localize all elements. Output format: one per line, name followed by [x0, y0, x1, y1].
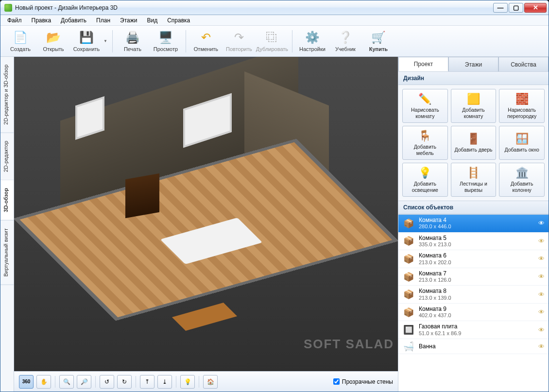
object-list-item[interactable]: 🛁Ванна👁 [398, 339, 549, 354]
view-separator [95, 376, 96, 388]
menu-floors[interactable]: Этажи [116, 16, 141, 25]
save-button[interactable]: 💾Сохранить [71, 28, 102, 55]
hand-icon: ✋ [40, 378, 48, 385]
sidetab-combo[interactable]: 2D-редактор и 3D-обзор [0, 57, 14, 133]
object-icon: 📦 [402, 272, 415, 282]
object-icon: 📦 [402, 307, 415, 318]
monitor-icon: 🖥️ [158, 30, 173, 45]
preview-button[interactable]: 🖥️Просмотр [151, 28, 181, 55]
view-separator [199, 376, 199, 388]
visibility-eye-icon[interactable]: 👁 [538, 291, 545, 298]
tutorial-button[interactable]: ❔Учебник [330, 28, 360, 55]
tool-add-furniture[interactable]: 🪑Добавить мебель [402, 126, 448, 160]
tool-add-door[interactable]: 🚪Добавить дверь [451, 126, 497, 160]
chair-icon: 🪑 [418, 130, 431, 142]
column-icon: 🏛️ [515, 167, 529, 179]
zoom-out-icon: 🔍 [63, 378, 70, 385]
menu-add[interactable]: Добавить [57, 16, 90, 25]
add-room-icon: 🟨 [467, 93, 480, 105]
object-list-item[interactable]: 🔲Газовая плита51.0 x 62.1 x 86.9👁 [398, 321, 549, 339]
object-name: Комната 4 [419, 217, 534, 223]
redo-button[interactable]: ↷Повторить [224, 28, 254, 55]
menu-plan[interactable]: План [92, 16, 114, 25]
object-list-item[interactable]: 📦Комната 7213.0 x 126.0👁 [398, 268, 549, 286]
menu-file[interactable]: Файл [3, 16, 26, 25]
main-body: 2D-редактор и 3D-обзор 2D-редактор 3D-об… [0, 57, 549, 392]
maximize-button[interactable]: ▢ [509, 3, 523, 13]
tool-draw-room[interactable]: ✏️Нарисовать комнату [402, 89, 448, 123]
visibility-eye-icon[interactable]: 👁 [538, 273, 545, 280]
tab-project[interactable]: Проект [398, 57, 448, 71]
object-dimensions: 213.0 x 202.0 [419, 259, 534, 266]
minimize-button[interactable]: — [493, 3, 508, 13]
objects-header: Список объектов [398, 201, 549, 214]
object-text: Комната 6213.0 x 202.0 [419, 252, 534, 266]
object-list-item[interactable]: 📦Комната 4280.0 x 446.0👁 [398, 215, 549, 233]
watermark: SOFT SALAD [304, 337, 394, 352]
tool-add-column[interactable]: 🏛️Добавить колонну [499, 163, 545, 197]
zoom-out-button[interactable]: 🔍 [59, 375, 74, 389]
object-list-item[interactable]: 📦Комната 6213.0 x 202.0👁 [398, 250, 549, 268]
settings-button[interactable]: ⚙️Настройки [297, 28, 327, 55]
view-toolbar: 360 ✋ 🔍 🔎 ↺ ↻ ⤒ ⤓ 💡 🏠 Прозрачные стены [14, 371, 398, 392]
menu-view[interactable]: Вид [143, 16, 161, 25]
pan-button[interactable]: ✋ [36, 375, 51, 389]
toolbar-separator [292, 30, 292, 52]
sidetab-virtual-visit[interactable]: Виртуальный визит [0, 221, 14, 285]
rotate-left-button[interactable]: ↺ [100, 375, 114, 389]
3d-scene[interactable]: SOFT SALAD [14, 57, 398, 371]
object-icon: 🔲 [402, 324, 415, 335]
home-view-button[interactable]: 🏠 [203, 375, 218, 389]
tilt-up-button[interactable]: ⤒ [140, 375, 154, 389]
zoom-in-button[interactable]: 🔎 [77, 375, 91, 389]
visibility-eye-icon[interactable]: 👁 [538, 326, 545, 334]
lighting-button[interactable]: 💡 [180, 375, 195, 389]
visibility-eye-icon[interactable]: 👁 [538, 238, 545, 245]
tool-draw-partition[interactable]: 🧱Нарисовать перегородку [499, 89, 545, 123]
object-list-item[interactable]: 📦Комната 8213.0 x 139.0👁 [398, 286, 549, 304]
object-list-item[interactable]: 📦Комната 9402.0 x 437.0👁 [398, 304, 549, 322]
desk-3d [172, 303, 237, 331]
tool-add-window[interactable]: 🪟Добавить окно [499, 126, 545, 160]
transparent-walls-input[interactable] [333, 378, 340, 385]
save-dropdown-icon[interactable]: ▼ [103, 39, 107, 43]
new-file-icon: 📄 [13, 30, 28, 45]
tab-floors[interactable]: Этажи [448, 57, 498, 71]
tilt-down-button[interactable]: ⤓ [157, 375, 172, 389]
cart-icon: 🛒 [371, 30, 386, 45]
visibility-eye-icon[interactable]: 👁 [538, 343, 545, 350]
sidetab-3d-view[interactable]: 3D-обзор [0, 180, 14, 221]
tab-properties[interactable]: Свойства [498, 57, 549, 71]
object-list-item[interactable]: 📦Комната 5335.0 x 213.0👁 [398, 233, 549, 251]
buy-button[interactable]: 🛒Купить [363, 28, 394, 55]
gear-icon: ⚙️ [305, 30, 320, 45]
sidetab-2d-editor[interactable]: 2D-редактор [0, 133, 14, 180]
redo-icon: ↷ [232, 30, 246, 45]
tool-add-room[interactable]: 🟨Добавить комнату [451, 89, 497, 123]
close-button[interactable]: ✕ [524, 3, 547, 13]
print-button[interactable]: 🖨️Печать [118, 28, 148, 55]
tool-stairs[interactable]: 🪜Лестницы и вырезы [451, 163, 497, 197]
rotate-right-button[interactable]: ↻ [117, 375, 132, 389]
object-dimensions: 213.0 x 126.0 [419, 277, 534, 283]
object-text: Комната 4280.0 x 446.0 [419, 217, 534, 230]
toolbar-separator [186, 30, 186, 52]
object-text: Газовая плита51.0 x 62.1 x 86.9 [419, 323, 534, 337]
menu-edit[interactable]: Правка [28, 16, 55, 25]
object-text: Комната 7213.0 x 126.0 [419, 270, 534, 284]
visibility-eye-icon[interactable]: 👁 [538, 308, 545, 316]
object-list[interactable]: 📦Комната 4280.0 x 446.0👁📦Комната 5335.0 … [398, 214, 549, 392]
menu-help[interactable]: Справка [163, 16, 194, 25]
rotate-360-button[interactable]: 360 [19, 375, 34, 389]
object-icon: 📦 [402, 218, 415, 229]
tool-add-light[interactable]: 💡Добавить освещение [402, 163, 448, 197]
duplicate-button[interactable]: ⿻Дублировать [257, 28, 287, 55]
open-button[interactable]: 📂Открыть [38, 28, 69, 55]
home-icon: 🏠 [207, 378, 214, 385]
object-text: Ванна [419, 343, 534, 350]
visibility-eye-icon[interactable]: 👁 [538, 220, 545, 227]
create-button[interactable]: 📄Создать [5, 28, 35, 55]
transparent-walls-checkbox[interactable]: Прозрачные стены [333, 378, 393, 385]
undo-button[interactable]: ↶Отменить [191, 28, 221, 55]
visibility-eye-icon[interactable]: 👁 [538, 255, 545, 262]
